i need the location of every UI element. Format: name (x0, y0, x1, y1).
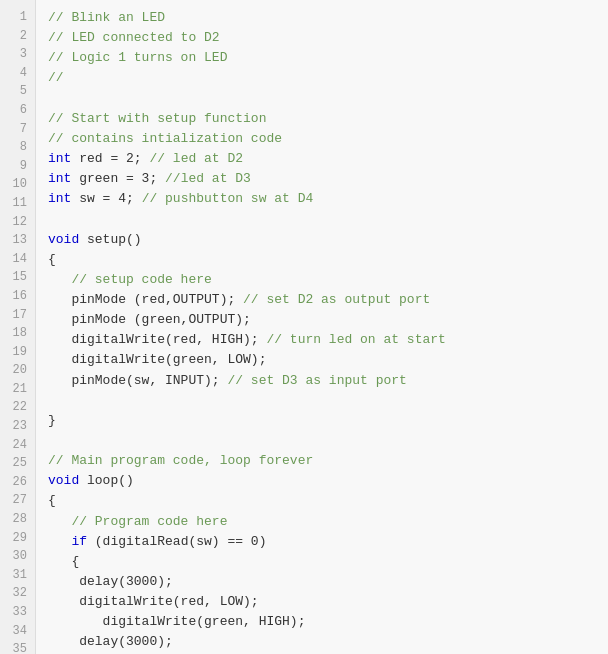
plain-segment: pinMode(sw, INPUT); (48, 373, 227, 388)
code-editor: 1234567891011121314151617181920212223242… (0, 0, 608, 654)
line-number: 18 (0, 324, 35, 343)
code-line: { (48, 552, 608, 572)
line-number: 31 (0, 566, 35, 585)
line-number: 7 (0, 120, 35, 139)
plain-segment: { (48, 554, 79, 569)
comment-segment: // LED connected to D2 (48, 30, 220, 45)
plain-segment: setup() (79, 232, 141, 247)
line-number: 19 (0, 343, 35, 362)
comment-segment: // pushbutton sw at D4 (142, 191, 314, 206)
code-line: { (48, 250, 608, 270)
plain-segment: delay(3000); (48, 634, 173, 649)
plain-segment (48, 272, 71, 287)
keyword-segment: int (48, 191, 71, 206)
plain-segment (48, 514, 71, 529)
line-number: 28 (0, 510, 35, 529)
code-line (48, 89, 608, 109)
code-line: // Start with setup function (48, 109, 608, 129)
code-line: delay(3000); (48, 572, 608, 592)
plain-segment: pinMode (green,OUTPUT); (48, 312, 251, 327)
plain-segment: { (48, 493, 56, 508)
line-number: 8 (0, 138, 35, 157)
line-number: 16 (0, 287, 35, 306)
code-line: // LED connected to D2 (48, 28, 608, 48)
code-content[interactable]: // Blink an LED// LED connected to D2// … (36, 0, 608, 654)
line-number: 6 (0, 101, 35, 120)
code-line (48, 391, 608, 411)
keyword-segment: void (48, 232, 79, 247)
code-line: int green = 3; //led at D3 (48, 169, 608, 189)
plain-segment: delay(3000); (48, 574, 173, 589)
code-line: digitalWrite(green, HIGH); (48, 612, 608, 632)
line-number: 26 (0, 473, 35, 492)
code-line: pinMode (green,OUTPUT); (48, 310, 608, 330)
line-number: 13 (0, 231, 35, 250)
plain-segment: } (48, 413, 56, 428)
comment-segment: // (48, 70, 64, 85)
code-line (48, 209, 608, 229)
comment-segment: // Start with setup function (48, 111, 266, 126)
line-numbers: 1234567891011121314151617181920212223242… (0, 0, 36, 654)
code-line: int sw = 4; // pushbutton sw at D4 (48, 189, 608, 209)
line-number: 12 (0, 213, 35, 232)
line-number: 33 (0, 603, 35, 622)
code-line: // Main program code, loop forever (48, 451, 608, 471)
keyword-segment: int (48, 171, 71, 186)
code-line: int red = 2; // led at D2 (48, 149, 608, 169)
line-number: 15 (0, 268, 35, 287)
line-number: 25 (0, 454, 35, 473)
line-number: 17 (0, 306, 35, 325)
line-number: 24 (0, 436, 35, 455)
comment-segment: // setup code here (71, 272, 211, 287)
line-number: 32 (0, 584, 35, 603)
code-line: // Program code here (48, 512, 608, 532)
plain-segment: digitalWrite(green, HIGH); (48, 614, 305, 629)
code-line: digitalWrite(red, LOW); (48, 592, 608, 612)
comment-segment: //led at D3 (165, 171, 251, 186)
line-number: 2 (0, 27, 35, 46)
line-number: 34 (0, 622, 35, 641)
plain-segment: { (48, 252, 56, 267)
line-number: 21 (0, 380, 35, 399)
code-line: // setup code here (48, 270, 608, 290)
comment-segment: // Logic 1 turns on LED (48, 50, 227, 65)
comment-segment: // led at D2 (149, 151, 243, 166)
code-line: // Logic 1 turns on LED (48, 48, 608, 68)
code-line: digitalWrite(red, HIGH); // turn led on … (48, 330, 608, 350)
line-number: 5 (0, 82, 35, 101)
code-line: void loop() (48, 471, 608, 491)
line-number: 22 (0, 398, 35, 417)
plain-segment: loop() (79, 473, 134, 488)
plain-segment: green = 3; (71, 171, 165, 186)
line-number: 1 (0, 8, 35, 27)
line-number: 14 (0, 250, 35, 269)
plain-segment: pinMode (red,OUTPUT); (48, 292, 243, 307)
comment-segment: // Blink an LED (48, 10, 165, 25)
line-number: 10 (0, 175, 35, 194)
code-line: pinMode (red,OUTPUT); // set D2 as outpu… (48, 290, 608, 310)
code-line (48, 431, 608, 451)
line-number: 20 (0, 361, 35, 380)
comment-segment: // set D3 as input port (227, 373, 406, 388)
comment-segment: // Program code here (71, 514, 227, 529)
comment-segment: // set D2 as output port (243, 292, 430, 307)
plain-segment: digitalWrite(red, LOW); (48, 594, 259, 609)
code-line: // Blink an LED (48, 8, 608, 28)
plain-segment: digitalWrite(green, LOW); (48, 352, 266, 367)
line-number: 30 (0, 547, 35, 566)
comment-segment: // Main program code, loop forever (48, 453, 313, 468)
code-line: // (48, 68, 608, 88)
code-line: pinMode(sw, INPUT); // set D3 as input p… (48, 371, 608, 391)
code-line: digitalWrite(green, LOW); (48, 350, 608, 370)
plain-segment: sw = 4; (71, 191, 141, 206)
keyword-segment: void (48, 473, 79, 488)
plain-segment: (digitalRead(sw) == 0) (87, 534, 266, 549)
code-line: delay(3000); (48, 632, 608, 652)
plain-segment: red = 2; (71, 151, 149, 166)
comment-segment: // contains intialization code (48, 131, 282, 146)
line-number: 11 (0, 194, 35, 213)
plain-segment (48, 534, 71, 549)
plain-segment: digitalWrite(red, HIGH); (48, 332, 266, 347)
code-line: // contains intialization code (48, 129, 608, 149)
code-line: } (48, 411, 608, 431)
